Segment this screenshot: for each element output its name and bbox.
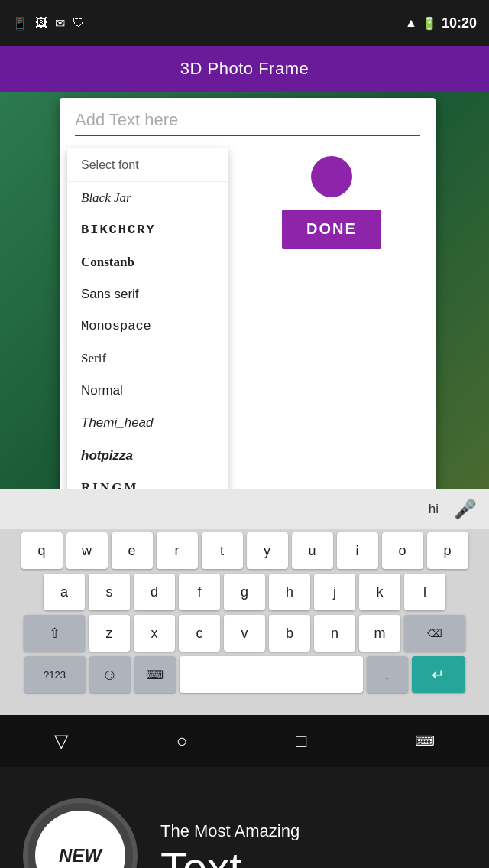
done-button[interactable]: DONE — [282, 210, 381, 249]
text-input-placeholder[interactable]: Add Text here — [75, 110, 420, 130]
key-q[interactable]: q — [21, 532, 63, 569]
main-content: Add Text here Select font Black Jar BIKC… — [0, 92, 489, 489]
key-z[interactable]: z — [89, 615, 130, 652]
keyboard-row-2: a s d f g h j k l — [3, 574, 486, 610]
key-delete[interactable]: ⌫ — [404, 615, 465, 652]
color-picker-circle[interactable] — [311, 156, 352, 197]
font-dropdown[interactable]: Select font Black Jar BIKCHCRY Constanb … — [67, 148, 228, 489]
promo-badge-inner: NEW — [35, 811, 125, 868]
signal-icon: ▲ — [405, 16, 417, 30]
key-i[interactable]: i — [337, 532, 378, 569]
key-o[interactable]: o — [382, 532, 423, 569]
key-j[interactable]: j — [314, 574, 355, 610]
font-option-sans-serif[interactable]: Sans serif — [67, 278, 228, 310]
nav-keyboard-icon[interactable]: ⌨ — [415, 733, 435, 749]
keyboard-row-3: ⇧ z x c v b n m ⌫ — [3, 615, 486, 652]
key-c[interactable]: c — [179, 615, 220, 652]
app-bar-title: 3D Photo Frame — [180, 59, 309, 79]
keyboard-row-4: ?123 ☺ ⌨ . ↵ — [3, 656, 486, 693]
keyboard-area: hi 🎤 q w e r t y u i o p a s d f g h j k… — [0, 489, 489, 715]
promo-title: Text — [160, 846, 466, 868]
key-k[interactable]: k — [359, 574, 400, 610]
whatsapp-icon: 📱 — [12, 16, 28, 31]
key-g[interactable]: g — [224, 574, 265, 610]
key-f[interactable]: f — [179, 574, 220, 610]
key-t[interactable]: t — [202, 532, 243, 569]
font-option-ringm[interactable]: RINGM — [67, 472, 228, 489]
key-period[interactable]: . — [367, 656, 408, 693]
key-numbers[interactable]: ?123 — [24, 656, 86, 693]
font-option-bakchcry[interactable]: BIKCHCRY — [67, 214, 228, 246]
key-m[interactable]: m — [359, 615, 400, 652]
font-option-monospace[interactable]: Monospace — [67, 310, 228, 343]
promo-badge-text: NEW — [59, 846, 102, 866]
keyboard-row-1: q w e r t y u i o p — [3, 532, 486, 569]
key-shift[interactable]: ⇧ — [24, 615, 85, 652]
text-input-area[interactable]: Add Text here — [60, 98, 436, 142]
key-d[interactable]: d — [134, 574, 175, 610]
key-return[interactable]: ↵ — [412, 656, 465, 693]
keyboard-rows: q w e r t y u i o p a s d f g h j k l ⇧ … — [0, 529, 489, 701]
dialog-card: Add Text here Select font Black Jar BIKC… — [60, 98, 436, 489]
battery-icon: 🔋 — [422, 16, 437, 31]
key-r[interactable]: r — [157, 532, 198, 569]
keyboard-suggestion-bar: hi 🎤 — [0, 489, 489, 529]
color-done-col: DONE — [228, 148, 436, 249]
font-option-black-jar[interactable]: Black Jar — [67, 182, 228, 214]
key-s[interactable]: s — [89, 574, 130, 610]
status-time: 10:20 — [442, 15, 477, 31]
key-n[interactable]: n — [314, 615, 355, 652]
promo-area: NEW The Most Amazing Text — [0, 767, 489, 868]
font-option-constanb[interactable]: Constanb — [67, 246, 228, 278]
key-emoji[interactable]: ☺ — [89, 656, 131, 693]
key-w[interactable]: w — [66, 532, 108, 569]
nav-back-icon[interactable]: ▽ — [54, 730, 68, 752]
email-icon: ✉ — [55, 16, 65, 31]
promo-text-col: The Most Amazing Text — [160, 821, 466, 868]
image-icon: 🖼 — [35, 16, 47, 30]
font-option-hotpizza[interactable]: hotpizza — [67, 440, 228, 472]
font-color-row: Select font Black Jar BIKCHCRY Constanb … — [60, 142, 436, 489]
promo-subtitle: The Most Amazing — [160, 821, 466, 841]
key-globe[interactable]: ⌨ — [134, 656, 176, 693]
keyboard-suggestion-text: hi — [423, 499, 445, 520]
key-a[interactable]: a — [44, 574, 85, 610]
app-bar: 3D Photo Frame — [0, 46, 489, 92]
key-l[interactable]: l — [404, 574, 445, 610]
font-selector-header: Select font — [67, 148, 228, 182]
shield-icon: 🛡 — [73, 16, 85, 30]
nav-recents-icon[interactable]: □ — [296, 730, 307, 752]
nav-home-icon[interactable]: ○ — [176, 730, 188, 752]
input-underline — [75, 135, 420, 136]
key-b[interactable]: b — [269, 615, 310, 652]
key-space[interactable] — [180, 656, 363, 693]
status-icons-left: 📱 🖼 ✉ 🛡 — [12, 16, 85, 31]
font-option-serif[interactable]: Serif — [67, 343, 228, 375]
status-bar: 📱 🖼 ✉ 🛡 ▲ 🔋 10:20 — [0, 0, 489, 46]
nav-bar: ▽ ○ □ ⌨ — [0, 715, 489, 767]
key-x[interactable]: x — [134, 615, 175, 652]
key-p[interactable]: p — [427, 532, 468, 569]
status-icons-right: ▲ 🔋 10:20 — [405, 15, 477, 31]
font-option-normal[interactable]: Normal — [67, 375, 228, 407]
key-e[interactable]: e — [112, 532, 153, 569]
promo-badge: NEW — [23, 798, 138, 868]
keyboard-mic-icon[interactable]: 🎤 — [454, 499, 477, 520]
font-option-themi-head[interactable]: Themi_head — [67, 407, 228, 439]
key-y[interactable]: y — [247, 532, 288, 569]
key-v[interactable]: v — [224, 615, 265, 652]
key-u[interactable]: u — [292, 532, 333, 569]
key-h[interactable]: h — [269, 574, 310, 610]
